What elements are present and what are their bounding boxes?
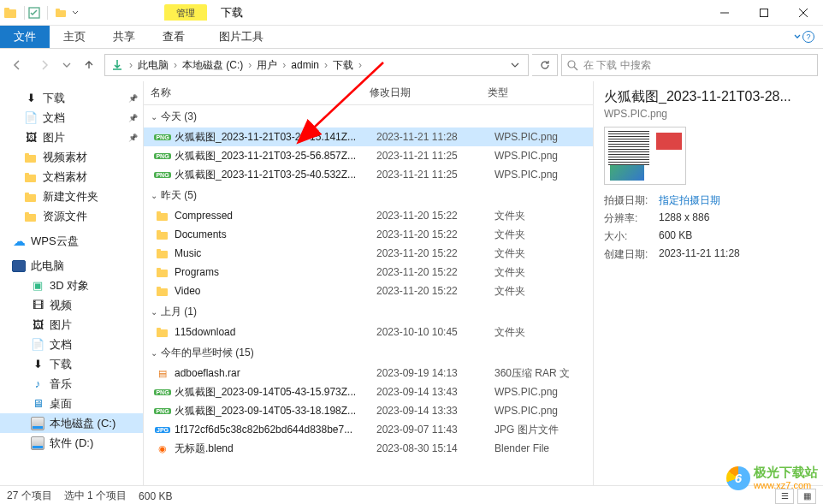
- nav-documents2[interactable]: 📄文档: [0, 335, 143, 354]
- file-name: Video: [175, 285, 376, 297]
- nav-back-button[interactable]: [5, 53, 29, 77]
- ribbon-tab-share[interactable]: 共享: [99, 26, 149, 48]
- file-type: WPS.PIC.png: [494, 386, 589, 398]
- ribbon-help-button[interactable]: ?: [785, 26, 823, 48]
- maximize-button[interactable]: [744, 0, 784, 26]
- column-type[interactable]: 类型: [481, 81, 575, 104]
- file-row[interactable]: Compressed2023-11-20 15:22文件夹: [144, 206, 593, 225]
- ribbon-tab-home[interactable]: 主页: [50, 26, 99, 48]
- nav-software-d[interactable]: 软件 (D:): [0, 433, 143, 453]
- file-row[interactable]: PNG火狐截图_2023-11-21T03-28-15.141Z...2023-…: [144, 127, 593, 146]
- nav-up-button[interactable]: [77, 53, 101, 77]
- file-date: 2023-11-21 11:25: [376, 150, 494, 162]
- qat-new-folder-icon[interactable]: [55, 7, 68, 19]
- view-icons-button[interactable]: ▦: [797, 489, 816, 504]
- nav-video-material[interactable]: 视频素材: [0, 147, 143, 167]
- nav-this-pc[interactable]: 此电脑: [0, 256, 143, 276]
- nav-local-disk-c[interactable]: 本地磁盘 (C:): [0, 413, 143, 433]
- group-header[interactable]: ⌄今天 (3): [144, 105, 593, 127]
- preview-title: 火狐截图_2023-11-21T03-28...: [604, 88, 813, 106]
- minimize-button[interactable]: [705, 0, 744, 26]
- chevron-right-icon[interactable]: ›: [357, 59, 364, 71]
- file-date: 2023-09-07 11:43: [376, 424, 494, 436]
- breadcrumb-segment[interactable]: 下载: [329, 56, 357, 74]
- meta-value[interactable]: 指定拍摄日期: [659, 193, 813, 208]
- breadcrumb-segment[interactable]: 此电脑: [134, 56, 172, 74]
- navigation-pane[interactable]: ⬇下载 📄文档 🖼图片 视频素材 文档素材 新建文件夹 资源文件 ☁WPS云盘 …: [0, 81, 144, 485]
- nav-history-button[interactable]: [60, 53, 74, 77]
- nav-desktop[interactable]: 🖥桌面: [0, 394, 143, 413]
- group-header[interactable]: ⌄今年的早些时候 (15): [144, 341, 593, 364]
- search-input[interactable]: 在 下载 中搜索: [561, 54, 818, 76]
- file-row[interactable]: Music2023-11-20 15:22文件夹: [144, 244, 593, 263]
- nav-doc-material[interactable]: 文档素材: [0, 167, 143, 187]
- file-date: 2023-10-10 10:45: [376, 326, 494, 338]
- chevron-right-icon[interactable]: ›: [323, 59, 329, 71]
- nav-pictures2[interactable]: 🖼图片: [0, 315, 143, 335]
- file-icon: PNG: [156, 385, 169, 399]
- status-size: 600 KB: [139, 490, 172, 502]
- nav-documents[interactable]: 📄文档: [0, 108, 143, 127]
- file-row[interactable]: PNG火狐截图_2023-09-14T05-33-18.198Z...2023-…: [144, 401, 593, 420]
- chevron-right-icon[interactable]: ›: [172, 59, 179, 71]
- ribbon-tab-picture-tools[interactable]: 图片工具: [205, 26, 277, 48]
- file-row[interactable]: ▤adboeflash.rar2023-09-19 14:13360压缩 RAR…: [144, 364, 593, 382]
- context-tab-manage[interactable]: 管理: [164, 4, 207, 21]
- meta-value: 2023-11-21 11:28: [659, 247, 813, 262]
- qat-dropdown-icon[interactable]: [72, 9, 79, 16]
- document-icon: 📄: [31, 338, 44, 352]
- address-bar[interactable]: › 此电脑›本地磁盘 (C:)›用户›admin›下载›: [104, 54, 529, 76]
- watermark: 6 极光下载站 www.xz7.com: [726, 465, 818, 490]
- nav-downloads2[interactable]: ⬇下载: [0, 354, 143, 374]
- svg-point-10: [568, 61, 575, 68]
- file-row[interactable]: PNG火狐截图_2023-11-21T03-25-56.857Z...2023-…: [144, 146, 593, 165]
- file-row[interactable]: 115download2023-10-10 10:45文件夹: [144, 323, 593, 341]
- download-icon: ⬇: [24, 92, 38, 105]
- file-row[interactable]: PNG火狐截图_2023-11-21T03-25-40.532Z...2023-…: [144, 165, 593, 184]
- address-dropdown-button[interactable]: [504, 55, 526, 75]
- svg-rect-1: [4, 8, 9, 11]
- view-details-button[interactable]: ☰: [775, 489, 794, 504]
- nav-downloads[interactable]: ⬇下载: [0, 88, 143, 108]
- file-name: 1f172cf6d5c38c82b62bd644d838be7...: [175, 424, 376, 436]
- group-header[interactable]: ⌄上月 (1): [144, 300, 593, 323]
- nav-wps-cloud[interactable]: ☁WPS云盘: [0, 231, 143, 251]
- ribbon-tab-view[interactable]: 查看: [149, 26, 198, 48]
- nav-pictures[interactable]: 🖼图片: [0, 127, 143, 147]
- breadcrumb-segment[interactable]: 本地磁盘 (C:): [179, 56, 246, 74]
- file-row[interactable]: PNG火狐截图_2023-09-14T05-43-15.973Z...2023-…: [144, 382, 593, 401]
- nav-resource-files[interactable]: 资源文件: [0, 206, 143, 226]
- qat-props-icon[interactable]: [28, 7, 40, 19]
- file-type: WPS.PIC.png: [494, 150, 589, 162]
- file-type: 文件夹: [494, 325, 589, 340]
- svg-rect-25: [157, 249, 161, 252]
- ribbon-tab-file[interactable]: 文件: [0, 26, 50, 48]
- breadcrumb-segment[interactable]: 用户: [253, 56, 281, 74]
- file-row[interactable]: Video2023-11-20 15:22文件夹: [144, 282, 593, 300]
- chevron-right-icon[interactable]: ›: [127, 59, 134, 71]
- column-name[interactable]: 名称: [144, 81, 363, 104]
- file-list-pane[interactable]: 名称 修改日期 类型 ⌄今天 (3)PNG火狐截图_2023-11-21T03-…: [144, 81, 594, 485]
- chevron-right-icon[interactable]: ›: [281, 59, 287, 71]
- disk-icon: [31, 417, 44, 430]
- nav-3d-objects[interactable]: ▣3D 对象: [0, 276, 143, 295]
- file-row[interactable]: JPG1f172cf6d5c38c82b62bd644d838be7...202…: [144, 420, 593, 439]
- file-name: 115download: [175, 326, 376, 338]
- svg-rect-15: [25, 173, 29, 176]
- file-row[interactable]: Documents2023-11-20 15:22文件夹: [144, 225, 593, 244]
- close-button[interactable]: [784, 0, 823, 26]
- breadcrumb-segment[interactable]: admin: [287, 57, 323, 73]
- nav-forward-button[interactable]: [33, 53, 56, 77]
- picture-icon: 🖼: [24, 131, 38, 145]
- group-header[interactable]: ⌄昨天 (5): [144, 184, 593, 206]
- refresh-button[interactable]: [532, 54, 558, 76]
- chevron-right-icon[interactable]: ›: [246, 59, 253, 71]
- file-type: WPS.PIC.png: [494, 405, 589, 417]
- column-date[interactable]: 修改日期: [363, 81, 481, 104]
- nav-new-folder[interactable]: 新建文件夹: [0, 187, 143, 206]
- folder-icon: [24, 210, 38, 223]
- file-row[interactable]: Programs2023-11-20 15:22文件夹: [144, 263, 593, 282]
- nav-music[interactable]: ♪音乐: [0, 374, 143, 394]
- file-row[interactable]: ◉无标题.blend2023-08-30 15:14Blender File: [144, 439, 593, 458]
- nav-videos[interactable]: 🎞视频: [0, 295, 143, 315]
